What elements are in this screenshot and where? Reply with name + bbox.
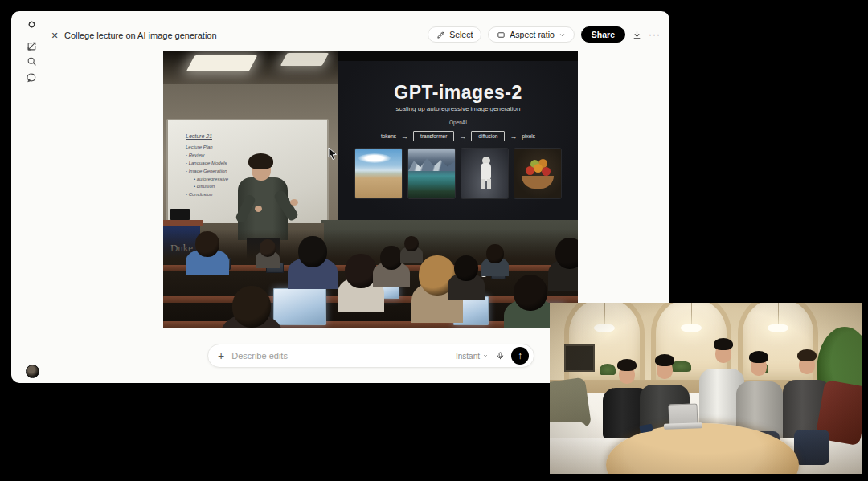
slide-thumbnails: [338, 149, 578, 198]
thumbnail-astronaut: [461, 149, 508, 198]
compose-icon[interactable]: [25, 39, 38, 52]
presenter-hand: [255, 206, 262, 212]
select-button[interactable]: Select: [428, 26, 481, 43]
send-button[interactable]: ↑: [511, 347, 529, 365]
laptop: [273, 288, 326, 325]
page-title: College lecture on AI image generation: [64, 31, 217, 40]
thumbnail-fruit-bowl: [514, 149, 561, 198]
user-avatar[interactable]: [26, 365, 39, 378]
share-button[interactable]: Share: [581, 26, 625, 43]
edit-input[interactable]: Describe edits: [231, 351, 456, 361]
projection-screen: GPT-images-2 scaling up autoregressive i…: [338, 61, 578, 230]
slide: GPT-images-2 scaling up autoregressive i…: [338, 82, 578, 198]
download-icon: [632, 30, 642, 40]
presenter-hair: [248, 153, 273, 169]
video-overlay[interactable]: [550, 303, 868, 481]
lamp-cord: [778, 303, 779, 324]
astronaut-figure: [481, 179, 491, 189]
aspect-ratio-button[interactable]: Aspect ratio: [488, 26, 574, 43]
podium-equipment: [170, 209, 190, 220]
plant: [600, 364, 616, 375]
audience-head: [232, 286, 271, 328]
astronaut-figure: [481, 163, 491, 181]
sidebar: [11, 11, 40, 383]
pendant-light: [681, 324, 702, 332]
audience-head: [345, 254, 377, 288]
whiteboard-line: • diffusion: [194, 183, 228, 191]
person-hair: [749, 351, 768, 363]
download-button[interactable]: [632, 30, 642, 40]
slide-org: OpenAI: [338, 120, 578, 125]
person-hair: [714, 338, 733, 350]
chevron-down-icon: [482, 353, 489, 359]
audience-head: [486, 244, 504, 263]
chevron-down-icon: [559, 31, 566, 39]
audience-head: [298, 236, 327, 267]
generated-image[interactable]: Lecture 21 Lecture Plan - Review - Langu…: [163, 51, 578, 328]
whiteboard-notes: Lecture 21 Lecture Plan - Review - Langu…: [186, 127, 228, 199]
ceiling-light: [280, 53, 330, 66]
plus-icon[interactable]: +: [218, 349, 224, 362]
edit-bar: + Describe edits Instant ↑: [207, 344, 534, 368]
aspect-ratio-label: Aspect ratio: [510, 30, 554, 39]
audience-head: [260, 239, 276, 257]
fruit: [526, 166, 534, 175]
person-hair: [655, 354, 674, 366]
lamp-cord: [691, 303, 692, 324]
lamp-cord: [604, 303, 605, 324]
mic-icon: [496, 351, 505, 361]
podium-top: [163, 220, 203, 226]
whiteboard-line: - Review: [186, 152, 228, 160]
audience-head: [555, 238, 578, 269]
whiteboard-line: - Conclusion: [186, 191, 228, 199]
ceiling-light: [186, 55, 258, 71]
letterbox-bar: [550, 474, 868, 481]
close-button[interactable]: ✕: [48, 29, 61, 42]
whiteboard-line: • autoregressive: [194, 176, 228, 184]
pendant-light: [768, 324, 788, 332]
person-legs: [794, 430, 829, 465]
person-hair: [797, 349, 817, 361]
person-hair: [617, 359, 637, 371]
more-button[interactable]: ···: [649, 29, 661, 40]
pipeline-tokens: tokens: [381, 133, 396, 139]
mic-button[interactable]: [496, 351, 505, 361]
fruit-bowl: [522, 176, 554, 189]
pipeline-transformer: transformer: [413, 131, 454, 141]
arrow-icon: →: [510, 132, 517, 141]
whiteboard-heading: Lecture 21: [186, 133, 212, 140]
screen: ✕ College lecture on AI image generation…: [0, 0, 868, 481]
whiteboard-line: - Language Models: [186, 160, 228, 168]
photo-frames: [564, 344, 595, 372]
arrow-icon: →: [401, 132, 408, 141]
presenter-hand: [290, 199, 298, 206]
pipeline-diagram: tokens → transformer → diffusion → pixel…: [338, 131, 578, 141]
thumbnail-beach: [355, 149, 402, 198]
pipeline-pixels: pixels: [522, 133, 535, 139]
mode-selector[interactable]: Instant: [456, 352, 489, 361]
whiteboard-line: Lecture Plan: [186, 144, 228, 152]
thumbnail-mountain-lake: [408, 149, 455, 198]
toolbar: Select Aspect ratio Share: [428, 26, 661, 43]
slide-subtitle: scaling up autoregressive image generati…: [338, 105, 578, 112]
pipeline-diffusion: diffusion: [471, 131, 505, 141]
audience-head: [514, 275, 547, 311]
select-pen-icon: [436, 31, 445, 39]
audience-head: [454, 255, 478, 281]
letterbox-bar: [862, 303, 868, 481]
chat-icon[interactable]: [25, 71, 38, 84]
audience: [163, 230, 578, 328]
openai-logo-icon: [25, 18, 38, 31]
audience-head: [380, 246, 403, 270]
whiteboard-line: - Image Generation: [186, 168, 228, 176]
pendant-light: [594, 324, 615, 332]
aspect-ratio-icon: [497, 31, 506, 39]
select-label: Select: [449, 30, 473, 39]
audience-head: [195, 231, 219, 257]
mode-label: Instant: [456, 352, 480, 361]
search-icon[interactable]: [25, 55, 38, 67]
slide-title: GPT-images-2: [338, 82, 578, 104]
video-frame: [550, 303, 862, 474]
whiteboard-lines: Lecture Plan - Review - Language Models …: [186, 144, 228, 199]
mouse-cursor: [328, 148, 338, 161]
